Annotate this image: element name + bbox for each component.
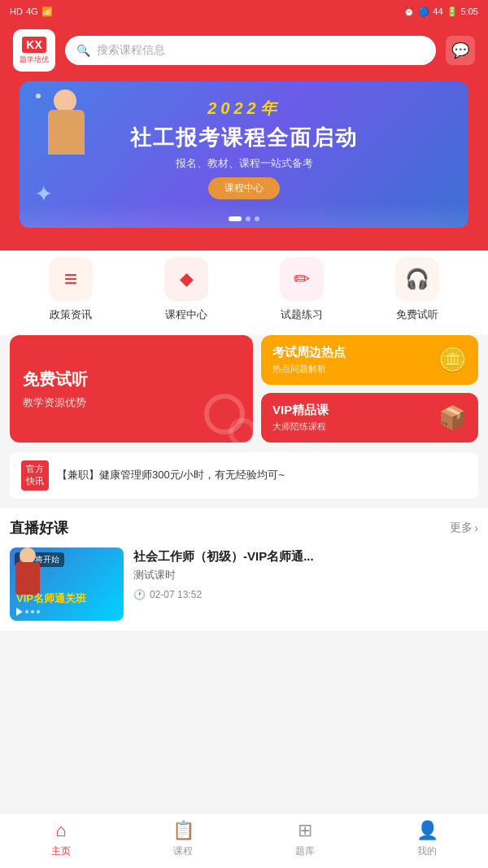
bottom-nav: ⌂ 主页 📋 课程 ⊞ 题库 👤 我的 — [0, 813, 488, 868]
more-button[interactable]: 更多 › — [450, 521, 478, 535]
vip-subtitle: 大师陪练课程 — [272, 421, 329, 433]
section-header: 直播好课 更多 › — [10, 518, 478, 538]
play-dot-2 — [31, 610, 34, 613]
status-left: HD 4G 📶 — [10, 7, 53, 17]
live-course-title: 社会工作师（初级）-VIP名师通... — [133, 547, 478, 565]
hotspot-icon: 🪙 — [438, 347, 467, 373]
live-time: 🕐 02-07 13:52 — [133, 589, 478, 600]
message-icon: 💬 — [451, 41, 469, 59]
banner[interactable]: 2022年 社工报考课程全面启动 报名、教材、课程一站式备考 课程中心 ✦ — [20, 81, 468, 228]
vip-title: VIP精品课 — [272, 403, 329, 418]
nav-item-trial[interactable]: 🎧 免费试听 — [359, 257, 475, 322]
live-play-controls — [16, 608, 40, 616]
banner-figure — [20, 81, 93, 187]
nav-item-exercises[interactable]: ✏ 试题练习 — [244, 257, 359, 322]
banner-wave-decor — [20, 203, 468, 228]
nav-label-trial: 免费试听 — [396, 308, 438, 322]
exercises-icon: ✏ — [294, 268, 310, 290]
exercises-icon-box: ✏ — [280, 257, 324, 301]
live-card[interactable]: 即将开始 VIP名师通关班 社会工作师（初级）-VIP名师通... 测试课时 🕐… — [10, 547, 478, 621]
live-section: 直播好课 更多 › 即将开始 VIP名师通关班 社会工作师（初级）-VIP名师通… — [0, 508, 488, 630]
bottom-nav-home[interactable]: ⌂ 主页 — [0, 820, 122, 858]
live-course-sub: 测试课时 — [133, 568, 478, 582]
bottom-nav-courses[interactable]: 📋 课程 — [122, 820, 244, 858]
circle-decor-2 — [229, 418, 257, 447]
signal-icon: HD — [10, 7, 23, 16]
banner-dots — [229, 216, 259, 221]
courses-icon: ◆ — [180, 268, 194, 290]
profile-icon: 👤 — [416, 820, 438, 841]
hotspot-text: 考试周边热点 热点问题解析 — [272, 345, 346, 375]
banner-cta-button[interactable]: 课程中心 — [208, 177, 280, 199]
battery-icon: 🔋 — [447, 7, 458, 17]
search-placeholder: 搜索课程信息 — [97, 43, 165, 58]
trial-icon-box: 🎧 — [395, 257, 439, 301]
hotspot-card[interactable]: 考试周边热点 热点问题解析 🪙 — [261, 335, 478, 385]
nav-item-courses[interactable]: ◆ 课程中心 — [129, 257, 244, 322]
thumb-person-head — [20, 547, 36, 564]
banner-year: 2022年 — [207, 98, 281, 120]
search-icon: 🔍 — [76, 44, 90, 57]
bottom-nav-mine[interactable]: 👤 我的 — [366, 820, 488, 858]
nav-label-exercises: 试题练习 — [281, 308, 323, 322]
home-label: 主页 — [51, 844, 71, 858]
play-dot-3 — [37, 610, 40, 613]
live-time-value: 02-07 13:52 — [150, 589, 202, 600]
live-thumb-title: VIP名师通关班 — [16, 591, 86, 606]
questions-label: 题库 — [295, 844, 315, 858]
more-label: 更多 — [450, 521, 473, 535]
ticker-badge: 官方 快讯 — [21, 460, 49, 491]
wifi-icon: 📶 — [41, 7, 53, 17]
free-trial-card[interactable]: 免费试听 教学资源优势 — [10, 335, 253, 443]
play-dot-1 — [25, 610, 28, 613]
message-button[interactable]: 💬 — [446, 36, 475, 65]
bottom-nav-questions[interactable]: ⊞ 题库 — [244, 820, 366, 858]
nav-label-courses: 课程中心 — [165, 308, 207, 322]
vip-text: VIP精品课 大师陪练课程 — [272, 403, 329, 433]
logo[interactable]: KX 题学培优 — [13, 29, 55, 72]
clock-icon: 🕐 — [133, 589, 146, 600]
quick-nav: ≡ 政策资讯 ◆ 课程中心 ✏ 试题练习 🎧 免费试听 — [0, 251, 488, 335]
logo-text: 题学培优 — [20, 55, 49, 65]
section-title: 直播好课 — [10, 518, 68, 538]
search-bar[interactable]: 🔍 搜索课程信息 — [65, 36, 436, 65]
feature-cards-right: 考试周边热点 热点问题解析 🪙 VIP精品课 大师陪练课程 📦 — [261, 335, 478, 443]
courses-icon-box: ◆ — [164, 257, 208, 301]
vip-card[interactable]: VIP精品课 大师陪练课程 📦 — [261, 393, 478, 443]
play-icon — [16, 608, 23, 616]
questions-icon: ⊞ — [298, 820, 312, 841]
vip-icon: 📦 — [438, 404, 467, 431]
status-bar: HD 4G 📶 ⏰ 🔵 44 🔋 5:05 — [0, 0, 488, 23]
live-info: 社会工作师（初级）-VIP名师通... 测试课时 🕐 02-07 13:52 — [133, 547, 478, 600]
trial-icon: 🎧 — [405, 268, 429, 290]
ticker-text: 【兼职】健康管理师300元/小时，有无经验均可~ — [57, 468, 285, 482]
policy-icon: ≡ — [64, 266, 77, 292]
bluetooth-icon: 🔵 — [418, 7, 429, 17]
logo-icon: KX — [22, 37, 46, 53]
thumb-person-body — [15, 562, 40, 595]
policy-icon-box: ≡ — [49, 257, 93, 301]
status-right: ⏰ 🔵 44 🔋 5:05 — [403, 7, 478, 17]
home-icon: ⌂ — [55, 820, 66, 841]
nav-label-policy: 政策资讯 — [50, 308, 92, 322]
nav-item-policy[interactable]: ≡ 政策资讯 — [13, 257, 129, 322]
time-display: 5:05 — [461, 7, 478, 16]
news-ticker[interactable]: 官方 快讯 【兼职】健康管理师300元/小时，有无经验均可~ — [10, 452, 478, 499]
free-trial-title: 免费试听 — [23, 369, 240, 390]
courses-nav-icon: 📋 — [172, 820, 194, 841]
hotspot-title: 考试周边热点 — [272, 345, 346, 360]
hotspot-subtitle: 热点问题解析 — [272, 363, 346, 375]
network-type: 4G — [26, 7, 38, 16]
profile-label: 我的 — [417, 844, 437, 858]
alarm-icon: ⏰ — [403, 7, 415, 17]
live-thumbnail: 即将开始 VIP名师通关班 — [10, 547, 124, 621]
header: KX 题学培优 🔍 搜索课程信息 💬 — [0, 23, 488, 81]
courses-nav-label: 课程 — [173, 844, 193, 858]
chevron-right-icon: › — [474, 521, 478, 534]
feature-section: 免费试听 教学资源优势 考试周边热点 热点问题解析 🪙 VIP精品课 大师陪练课… — [0, 335, 488, 452]
battery-level: 44 — [433, 7, 442, 16]
